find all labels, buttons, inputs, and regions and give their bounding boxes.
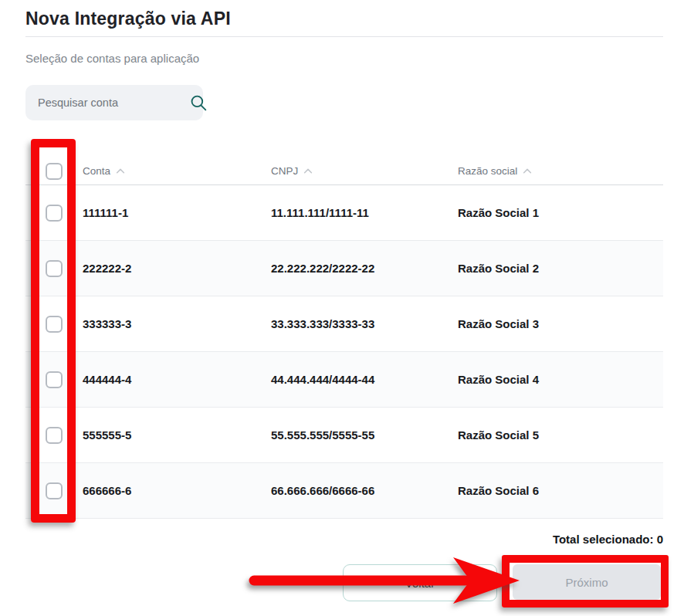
search-input[interactable] (25, 96, 188, 109)
accounts-table: Conta CNPJ Razão social 111111-1 11.111.… (25, 157, 663, 519)
cell-razao-social: Razão Social 6 (458, 484, 663, 497)
cell-cnpj: 22.222.222/2222-22 (271, 262, 458, 275)
table-row: 444444-4 44.444.444/4444-44 Razão Social… (25, 352, 663, 408)
back-button[interactable]: Voltar (343, 564, 497, 601)
chevron-up-icon (303, 166, 313, 177)
cell-razao-social: Razão Social 2 (458, 262, 663, 275)
table-header-row: Conta CNPJ Razão social (25, 157, 663, 185)
cell-cnpj: 66.666.666/6666-66 (271, 484, 458, 497)
table-row: 222222-2 22.222.222/2222-22 Razão Social… (25, 241, 663, 296)
cell-conta: 555555-5 (83, 428, 271, 442)
cell-conta: 111111-1 (83, 206, 271, 219)
row-checkbox[interactable] (46, 260, 63, 277)
page-subtitle: Seleção de contas para aplicação (25, 52, 199, 65)
row-checkbox[interactable] (46, 371, 63, 388)
title-divider (25, 36, 663, 37)
table-row: 333333-3 33.333.333/3333-33 Razão Social… (25, 296, 663, 352)
cell-conta: 222222-2 (83, 262, 271, 275)
row-checkbox[interactable] (46, 205, 63, 222)
cell-razao-social: Razão Social 3 (458, 317, 663, 330)
next-button[interactable]: Próximo (513, 564, 661, 600)
column-header-razao-social[interactable]: Razão social (458, 165, 663, 177)
search-box (25, 85, 203, 120)
table-row: 555555-5 55.555.555/5555-55 Razão Social… (25, 408, 663, 463)
cell-razao-social: Razão Social 1 (458, 206, 663, 219)
row-checkbox[interactable] (46, 316, 63, 333)
column-header-conta[interactable]: Conta (83, 165, 271, 177)
search-icon[interactable] (188, 93, 208, 113)
row-checkbox[interactable] (46, 427, 63, 444)
cell-conta: 333333-3 (83, 317, 271, 330)
cell-razao-social: Razão Social 4 (458, 373, 663, 386)
cell-razao-social: Razão Social 5 (458, 428, 663, 442)
cell-cnpj: 55.555.555/5555-55 (271, 428, 458, 442)
cell-conta: 444444-4 (83, 373, 271, 386)
select-all-cell (25, 163, 83, 180)
chevron-up-icon (522, 166, 533, 177)
cell-cnpj: 11.111.111/1111-11 (271, 206, 458, 219)
select-all-checkbox[interactable] (46, 163, 63, 180)
total-selected-label: Total selecionado: 0 (553, 533, 663, 546)
chevron-up-icon (115, 166, 126, 177)
cell-cnpj: 33.333.333/3333-33 (271, 317, 458, 330)
cell-conta: 666666-6 (83, 484, 271, 497)
page-title: Nova Integração via API (25, 8, 231, 29)
cell-cnpj: 44.444.444/4444-44 (271, 373, 458, 386)
table-row: 111111-1 11.111.111/1111-11 Razão Social… (25, 185, 663, 241)
row-checkbox[interactable] (46, 482, 63, 499)
column-header-cnpj[interactable]: CNPJ (271, 165, 458, 177)
new-api-integration-page: Nova Integração via API Seleção de conta… (0, 0, 684, 616)
table-row: 666666-6 66.666.666/6666-66 Razão Social… (25, 463, 663, 519)
